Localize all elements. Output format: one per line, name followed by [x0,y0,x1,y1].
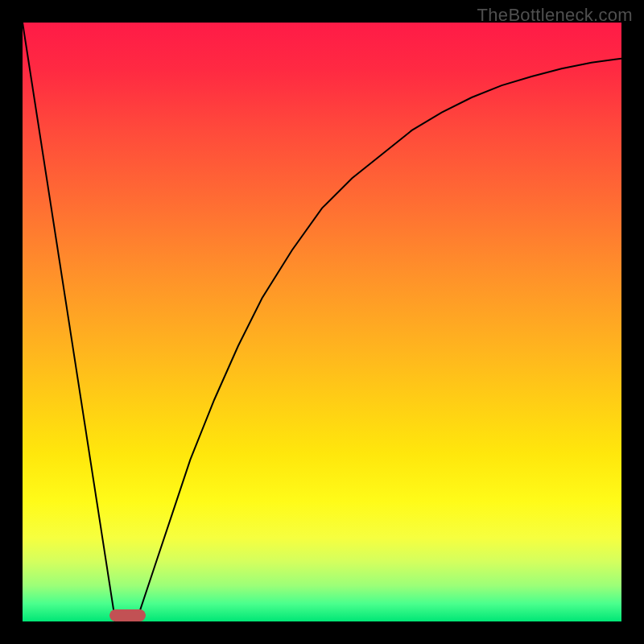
right-curve-path [136,59,621,621]
plot-area [23,23,621,621]
chart-frame: TheBottleneck.com [0,0,644,644]
curve-layer [23,23,621,621]
optimal-marker [109,609,146,621]
left-line-path [23,23,115,621]
watermark-text: TheBottleneck.com [477,5,633,26]
